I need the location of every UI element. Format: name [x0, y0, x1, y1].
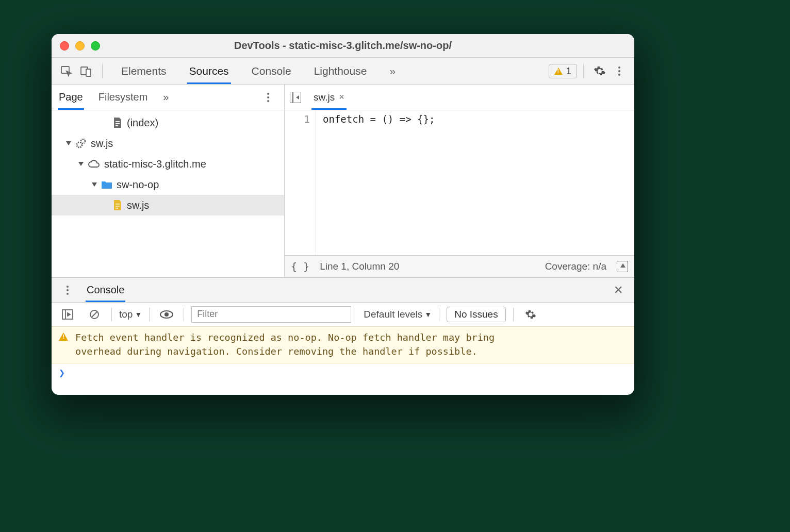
- dropdown-icon: ▼: [424, 310, 432, 319]
- navigator-kebab-icon[interactable]: [261, 91, 275, 104]
- separator: [111, 308, 112, 321]
- code-content: onfetch = () => {};: [316, 110, 435, 255]
- tree-service-worker[interactable]: sw.js: [52, 133, 284, 154]
- show-debugger-icon[interactable]: [617, 261, 628, 272]
- svg-rect-8: [116, 204, 120, 205]
- warning-triangle-icon: [554, 68, 563, 75]
- tree-label: sw.js: [91, 138, 113, 149]
- separator: [583, 64, 584, 78]
- log-levels-selector[interactable]: Default levels ▼: [364, 309, 432, 320]
- disclosure-icon: [92, 182, 97, 187]
- svg-point-16: [164, 312, 169, 317]
- live-expression-icon[interactable]: [160, 308, 173, 321]
- separator: [439, 308, 439, 321]
- separator: [102, 64, 103, 78]
- tree-domain[interactable]: static-misc-3.glitch.me: [52, 154, 284, 174]
- svg-point-6: [77, 142, 82, 147]
- tree-label: (index): [127, 117, 158, 129]
- drawer-tab-console[interactable]: Console: [86, 278, 125, 302]
- prompt-chevron-icon: ❯: [59, 367, 65, 379]
- coverage-status: Coverage: n/a: [545, 261, 606, 272]
- drawer-tabs: Console ✕: [52, 278, 634, 303]
- gears-icon: [75, 138, 87, 149]
- warnings-badge[interactable]: 1: [549, 64, 577, 78]
- svg-point-7: [81, 139, 85, 143]
- cursor-position: Line 1, Column 20: [320, 261, 399, 272]
- tab-lighthouse[interactable]: Lighthouse: [312, 58, 369, 84]
- tree-index[interactable]: (index): [52, 112, 284, 133]
- console-toolbar: top ▼ Default levels ▼ No Issues: [52, 303, 634, 326]
- panel-tabs: Elements Sources Console Lighthouse »: [119, 58, 398, 84]
- more-tabs-icon[interactable]: »: [387, 58, 398, 84]
- close-drawer-icon[interactable]: ✕: [612, 284, 625, 297]
- close-tab-icon[interactable]: ×: [339, 92, 344, 103]
- window-title: DevTools - static-misc-3.glitch.me/sw-no…: [52, 40, 634, 52]
- pretty-print-icon[interactable]: { }: [291, 260, 309, 273]
- folder-icon: [101, 180, 112, 189]
- disclosure-icon: [66, 141, 71, 145]
- sources-panel: Page Filesystem » (index) sw.js: [52, 85, 634, 277]
- console-drawer: Console ✕ top ▼ Default levels: [52, 277, 634, 395]
- navigator-pane: Page Filesystem » (index) sw.js: [52, 85, 285, 277]
- disclosure-icon: [78, 162, 84, 166]
- hide-navigator-icon[interactable]: [290, 92, 301, 103]
- svg-rect-5: [116, 125, 118, 126]
- svg-rect-2: [86, 69, 91, 76]
- line-gutter: 1: [285, 110, 316, 255]
- navigator-tabs: Page Filesystem »: [52, 85, 284, 110]
- nav-more-tabs-icon[interactable]: »: [162, 85, 170, 110]
- clear-console-icon[interactable]: [88, 308, 101, 321]
- warning-triangle-icon: [59, 332, 68, 341]
- console-prompt[interactable]: ❯: [52, 363, 634, 382]
- tree-label: sw.js: [127, 200, 149, 211]
- separator: [513, 308, 514, 321]
- devtools-window: DevTools - static-misc-3.glitch.me/sw-no…: [52, 34, 634, 395]
- tree-label: static-misc-3.glitch.me: [104, 158, 206, 170]
- nav-tab-page[interactable]: Page: [58, 85, 84, 110]
- cloud-icon: [88, 159, 100, 169]
- console-settings-gear-icon[interactable]: [524, 308, 537, 321]
- tree-folder[interactable]: sw-no-op: [52, 174, 284, 195]
- nav-tab-filesystem[interactable]: Filesystem: [97, 85, 149, 110]
- show-sidebar-icon[interactable]: [61, 308, 74, 321]
- svg-rect-3: [116, 121, 120, 122]
- settings-gear-icon[interactable]: [593, 64, 606, 78]
- file-tab-sw[interactable]: sw.js ×: [311, 85, 347, 110]
- console-warning[interactable]: Fetch event handler is recognized as no-…: [52, 326, 634, 363]
- tree-label: sw-no-op: [117, 179, 159, 191]
- device-toolbar-icon[interactable]: [79, 64, 93, 78]
- filter-input[interactable]: [191, 306, 351, 323]
- warning-text: Fetch event handler is recognized as no-…: [75, 331, 539, 359]
- tab-sources[interactable]: Sources: [187, 58, 231, 84]
- issues-button[interactable]: No Issues: [447, 307, 505, 322]
- file-tab-label: sw.js: [314, 92, 335, 103]
- svg-rect-10: [116, 208, 118, 209]
- separator: [149, 308, 150, 321]
- kebab-menu-icon[interactable]: [613, 64, 626, 78]
- code-editor[interactable]: 1 onfetch = () => {};: [285, 110, 634, 255]
- warning-count: 1: [566, 65, 571, 77]
- tab-console[interactable]: Console: [250, 58, 293, 84]
- js-file-icon: [112, 199, 123, 211]
- drawer-kebab-icon[interactable]: [61, 284, 74, 297]
- editor-tabs: sw.js ×: [285, 85, 634, 110]
- main-toolbar: Elements Sources Console Lighthouse » 1: [52, 58, 634, 85]
- context-selector[interactable]: top ▼: [119, 309, 142, 320]
- dropdown-icon: ▼: [135, 310, 142, 319]
- svg-rect-4: [116, 123, 120, 124]
- svg-line-14: [91, 311, 97, 318]
- inspect-element-icon[interactable]: [60, 64, 73, 78]
- tree-file-sw[interactable]: sw.js: [52, 195, 284, 215]
- file-tree: (index) sw.js static-misc-3.glitch.me sw…: [52, 110, 284, 215]
- editor-pane: sw.js × 1 onfetch = () => {}; { } Line 1…: [285, 85, 634, 277]
- editor-statusbar: { } Line 1, Column 20 Coverage: n/a: [285, 255, 634, 277]
- svg-rect-9: [116, 206, 120, 207]
- tab-elements[interactable]: Elements: [119, 58, 169, 84]
- titlebar: DevTools - static-misc-3.glitch.me/sw-no…: [52, 34, 634, 58]
- separator: [184, 308, 184, 321]
- file-icon: [112, 117, 123, 129]
